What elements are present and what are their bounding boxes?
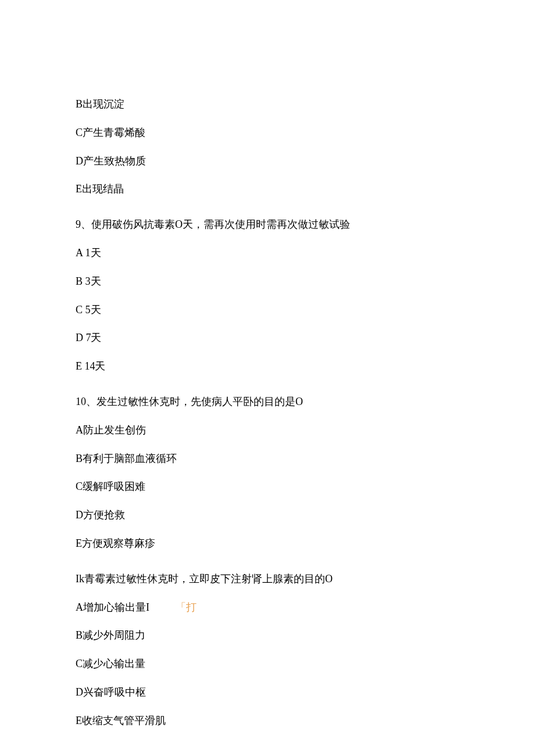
q9-option-d: D 7天	[76, 329, 459, 346]
q11-option-c: C减少心输出量	[76, 655, 459, 672]
q11-option-a-text: A增加心输出量I	[76, 599, 149, 616]
q9-option-e: E 14天	[76, 358, 459, 375]
q11-option-e: E收缩支气管平滑肌	[76, 712, 459, 729]
q10-option-d: D方便抢救	[76, 507, 459, 524]
q10-option-a: A防止发生创伤	[76, 422, 459, 439]
q10-option-b: B有利于脑部血液循环	[76, 450, 459, 467]
q8-option-b: B出现沉淀	[76, 96, 459, 113]
q11-option-d: D兴奋呼吸中枢	[76, 684, 459, 701]
question-9: 9、使用破伤风抗毒素O天，需再次使用时需再次做过敏试验 A 1天 B 3天 C …	[76, 216, 459, 375]
q10-option-e: E方便观察尊麻疹	[76, 535, 459, 552]
q9-option-c: C 5天	[76, 302, 459, 318]
q11-option-a: A增加心输出量I 「打	[76, 599, 459, 616]
q9-option-a: A 1天	[76, 245, 459, 261]
question-8-partial: B出现沉淀 C产生青霉烯酸 D产生致热物质 E出现结晶	[76, 96, 459, 198]
q10-question-text: 10、发生过敏性休克时，先使病人平卧的目的是O	[76, 393, 459, 410]
question-10: 10、发生过敏性休克时，先使病人平卧的目的是O A防止发生创伤 B有利于脑部血液…	[76, 393, 459, 552]
q10-option-c: C缓解呼吸困难	[76, 478, 459, 495]
q8-option-d: D产生致热物质	[76, 153, 459, 170]
q8-option-e: E出现结晶	[76, 181, 459, 198]
q11-question-text: Ik青霉素过敏性休克时，立即皮下注射肾上腺素的目的O	[76, 571, 459, 587]
q9-option-b: B 3天	[76, 273, 459, 290]
q11-option-a-annotation: 「打	[176, 601, 197, 613]
q8-option-c: C产生青霉烯酸	[76, 124, 459, 141]
question-11: Ik青霉素过敏性休克时，立即皮下注射肾上腺素的目的O A增加心输出量I 「打 B…	[76, 571, 459, 729]
q11-option-b: B减少外周阻力	[76, 627, 459, 644]
q9-question-text: 9、使用破伤风抗毒素O天，需再次使用时需再次做过敏试验	[76, 216, 459, 233]
